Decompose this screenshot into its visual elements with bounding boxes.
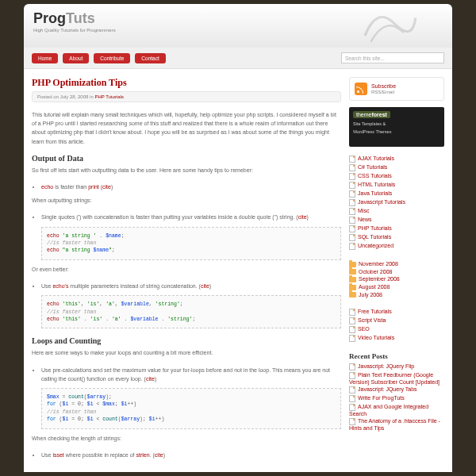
nav-contact[interactable]: Contact bbox=[135, 53, 165, 63]
archive-link[interactable]: July 2008 bbox=[359, 292, 382, 298]
code-block-2: echo 'this', 'is', 'a', $variable, 'stri… bbox=[41, 295, 341, 328]
promo-themeforest[interactable]: themeforest Site Templates & WordPress T… bbox=[349, 107, 444, 147]
nav-contribute[interactable]: Contribute bbox=[94, 53, 130, 63]
output-sub: So first off lets start with outputting … bbox=[32, 166, 341, 175]
cite-link[interactable]: cite bbox=[102, 184, 111, 190]
folder-icon bbox=[349, 262, 356, 267]
li-params: Use echo's multiple parameters instead o… bbox=[41, 282, 341, 290]
doc-icon bbox=[349, 173, 355, 180]
doc-icon bbox=[349, 363, 355, 370]
cat-link[interactable]: PHP Tutorials bbox=[358, 225, 392, 231]
category-list: AJAX Tutorials C# Tutorials CSS Tutorial… bbox=[349, 155, 444, 251]
cat-link[interactable]: C# Tutorials bbox=[358, 164, 387, 170]
doc-icon bbox=[349, 395, 355, 402]
li-quotes: Single quotes (') with concatenation is … bbox=[41, 213, 341, 221]
or-better: Or even better: bbox=[32, 265, 341, 274]
cat-link[interactable]: Javascript Tutorials bbox=[358, 199, 405, 205]
loops-sub: Here are some ways to make your loops an… bbox=[32, 348, 341, 357]
archive-link[interactable]: August 2008 bbox=[359, 284, 390, 290]
folder-icon bbox=[349, 277, 356, 282]
cat-link[interactable]: AJAX Tutorials bbox=[358, 155, 394, 161]
subscribe-sub: RSS/Email bbox=[371, 90, 394, 94]
cite-link[interactable]: cite bbox=[155, 452, 163, 458]
recent-link[interactable]: The Anatomy of a .htaccess File - Hints … bbox=[349, 419, 440, 432]
doc-icon bbox=[349, 208, 355, 215]
recent-link[interactable]: Write For ProgTuts bbox=[358, 396, 405, 401]
cat-link[interactable]: Misc bbox=[358, 208, 369, 213]
doc-icon bbox=[349, 225, 355, 232]
subscribe-box[interactable]: Subscribe RSS/Email bbox=[349, 77, 444, 101]
cite-link[interactable]: cite bbox=[298, 214, 307, 220]
doc-icon bbox=[349, 182, 355, 189]
blogroll-link[interactable]: Free Tutorials bbox=[358, 309, 392, 315]
doc-icon bbox=[349, 234, 355, 241]
nav-home[interactable]: Home bbox=[32, 53, 58, 63]
post-content: PHP Optimization Tips Posted on July 28,… bbox=[32, 77, 349, 464]
doc-icon bbox=[349, 418, 355, 425]
doc-icon bbox=[349, 309, 355, 316]
subscribe-link[interactable]: Subscribe bbox=[371, 83, 396, 89]
when-strings: When outputting strings: bbox=[32, 196, 341, 205]
sidebar: Subscribe RSS/Email themeforest Site Tem… bbox=[349, 77, 444, 464]
li-isset: Use isset where possible in replace of s… bbox=[41, 451, 341, 459]
recent-link[interactable]: Javascript: JQuery Tabs bbox=[358, 387, 417, 393]
blogroll-link[interactable]: Script Vista bbox=[358, 318, 386, 324]
link-list: Free Tutorials Script Vista SEO Video Tu… bbox=[349, 308, 444, 343]
doc-icon bbox=[349, 243, 355, 250]
recent-link[interactable]: Javascript: JQuery Flip bbox=[358, 364, 414, 370]
recent-link[interactable]: Plain Text Feedburner (Google Version) S… bbox=[349, 373, 440, 386]
page-footer bbox=[24, 472, 452, 476]
when-length: When checking the length of strings: bbox=[32, 434, 341, 443]
doc-icon bbox=[349, 372, 355, 379]
archive-link[interactable]: October 2008 bbox=[359, 269, 392, 274]
doc-icon bbox=[349, 190, 355, 198]
heading-output: Output of Data bbox=[32, 154, 341, 163]
cite-link[interactable]: cite bbox=[201, 283, 209, 289]
archive-list: November 2008 October 2008 September 200… bbox=[349, 260, 444, 298]
doc-icon bbox=[349, 335, 355, 342]
doc-icon bbox=[349, 317, 355, 324]
cat-link[interactable]: HTML Tutorials bbox=[358, 182, 395, 187]
cat-link[interactable]: Uncategorized bbox=[358, 243, 393, 248]
swirl-decoration bbox=[357, 0, 420, 48]
doc-icon bbox=[349, 164, 355, 171]
li-precalc: Use pre-calculations and set the maximum… bbox=[41, 366, 341, 383]
folder-icon bbox=[349, 285, 356, 290]
doc-icon bbox=[349, 155, 355, 163]
cat-link[interactable]: CSS Tutorials bbox=[358, 173, 392, 178]
post-meta: Posted on July 28, 2008 in PHP Tutorials bbox=[32, 91, 341, 102]
doc-icon bbox=[349, 199, 355, 206]
search-input[interactable] bbox=[341, 52, 444, 63]
heading-loops: Loops and Counting bbox=[32, 336, 341, 345]
main-nav: Home About Contribute Contact bbox=[24, 48, 452, 69]
folder-icon bbox=[349, 269, 356, 274]
doc-icon bbox=[349, 217, 355, 224]
cite-link[interactable]: cite bbox=[146, 376, 155, 382]
cat-link[interactable]: News bbox=[358, 217, 372, 222]
cat-link[interactable]: SQL Tutorials bbox=[358, 234, 391, 240]
cat-link[interactable]: Java Tutorials bbox=[358, 190, 392, 196]
li-echo-print: echo is faster than print (cite) bbox=[41, 182, 341, 191]
folder-icon bbox=[349, 292, 356, 298]
doc-icon bbox=[349, 404, 355, 411]
header: ProgTuts High Quality Tutorials for Prog… bbox=[24, 4, 452, 48]
blogroll-link[interactable]: SEO bbox=[358, 327, 370, 332]
doc-icon bbox=[349, 386, 355, 393]
code-block-3: $max = count($array); for ($i = 0; $i < … bbox=[41, 388, 341, 429]
recent-link[interactable]: AJAX and Google Integrated Search bbox=[349, 405, 428, 417]
post-category-link[interactable]: PHP Tutorials bbox=[94, 94, 124, 99]
blogroll-link[interactable]: Video Tutorials bbox=[358, 336, 394, 341]
nav-about[interactable]: About bbox=[63, 53, 89, 63]
recent-posts-heading: Recent Posts bbox=[349, 352, 444, 360]
post-title[interactable]: PHP Optimization Tips bbox=[32, 77, 341, 89]
post-intro: This tutorial will explain many small te… bbox=[32, 110, 341, 146]
archive-link[interactable]: September 2008 bbox=[359, 276, 400, 282]
recent-list: Javascript: JQuery Flip Plain Text Feedb… bbox=[349, 363, 444, 432]
doc-icon bbox=[349, 326, 355, 333]
code-block-1: echo 'a string ' . $name; //is faster th… bbox=[41, 227, 341, 260]
archive-link[interactable]: November 2008 bbox=[359, 261, 398, 267]
rss-icon bbox=[355, 83, 367, 95]
